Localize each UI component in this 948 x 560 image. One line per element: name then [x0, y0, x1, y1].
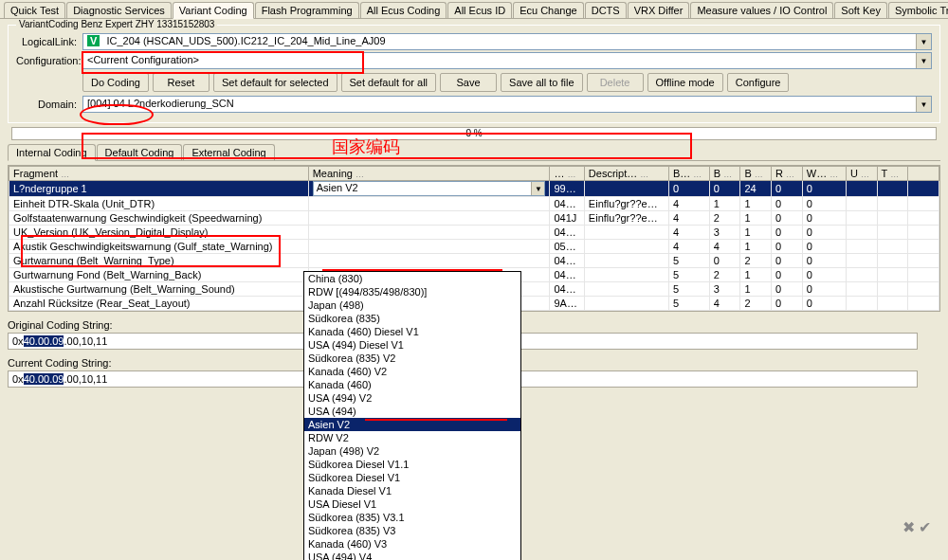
fragment-cell[interactable]: L?ndergruppe 1 — [9, 181, 309, 197]
top-tab-symbolic-trace[interactable]: Symbolic Trace — [888, 2, 948, 18]
val-cell: 0 — [772, 254, 803, 268]
configuration-combo[interactable]: <Current Configuration> ▼ — [82, 52, 932, 69]
col-header[interactable]: R … — [772, 167, 803, 181]
meaning-combo[interactable]: Asien V2▼ — [313, 181, 546, 196]
chevron-down-icon[interactable]: ▼ — [916, 34, 931, 49]
col-header[interactable]: U … — [846, 167, 877, 181]
dropdown-option[interactable]: Asien V2 — [304, 418, 520, 431]
progress-text: 0 % — [465, 128, 482, 138]
meaning-cell[interactable]: Asien V2▼ — [308, 181, 550, 197]
top-tab-flash-programming[interactable]: Flash Programming — [255, 2, 359, 18]
dropdown-option[interactable]: Kanada (460) V2 — [304, 365, 520, 378]
top-tab-all-ecus-coding[interactable]: All Ecus Coding — [360, 2, 447, 18]
set-default-all-button[interactable]: Set default for all — [341, 73, 437, 92]
dropdown-option[interactable]: Kanada Diesel V1 — [304, 484, 520, 497]
meaning-cell[interactable] — [308, 197, 550, 211]
meaning-cell[interactable] — [308, 240, 550, 254]
dropdown-option[interactable]: Südkorea Diesel V1 — [304, 471, 520, 484]
col-header[interactable]: W… … — [802, 167, 846, 181]
dropdown-option[interactable]: China (830) — [304, 272, 520, 285]
top-tab-variant-coding[interactable]: Variant Coding — [173, 2, 254, 19]
fragment-cell[interactable]: Anzahl Rücksitze (Rear_Seat_Layout) — [9, 297, 309, 311]
meaning-cell[interactable] — [308, 211, 550, 226]
chevron-down-icon[interactable]: ▼ — [916, 97, 931, 112]
inner-tab-external-coding[interactable]: External Coding — [183, 144, 274, 160]
inner-tab-default-coding[interactable]: Default Coding — [97, 144, 183, 160]
set-default-selected-button[interactable]: Set default for selected — [213, 73, 337, 92]
val-cell: 0 — [772, 197, 803, 211]
col-header[interactable]: Descript… … — [584, 167, 668, 181]
reset-button[interactable]: Reset — [153, 73, 210, 92]
save-all-button[interactable]: Save all to file — [501, 73, 582, 92]
col-header[interactable]: B … — [709, 167, 740, 181]
chevron-down-icon[interactable]: ▼ — [531, 182, 544, 195]
val-cell: 5 — [668, 297, 709, 311]
fragment-cell[interactable]: Gurtwarnung (Belt_Warning_Type) — [9, 254, 309, 268]
meaning-dropdown-list[interactable]: China (830)RDW [(494/835/498/830)]Japan … — [303, 271, 521, 560]
offline-mode-button[interactable]: Offline mode — [647, 73, 723, 92]
configuration-label: Configuration: — [16, 55, 82, 66]
dropdown-option[interactable]: USA (494) V2 — [304, 391, 520, 405]
configure-button[interactable]: Configure — [727, 73, 790, 92]
do-coding-button[interactable]: Do Coding — [82, 73, 149, 92]
col-header[interactable]: T … — [877, 167, 908, 181]
val-cell: 2 — [709, 211, 740, 226]
top-tab-all-ecus-id[interactable]: All Ecus ID — [447, 2, 512, 18]
dropdown-option[interactable]: Japan (498) V2 — [304, 444, 520, 458]
top-tab-ecu-change[interactable]: Ecu Change — [513, 2, 584, 18]
col-header[interactable]: Fragment … — [9, 167, 309, 181]
dropdown-option[interactable]: Südkorea Diesel V1.1 — [304, 458, 520, 471]
val-cell — [877, 181, 908, 197]
val-cell: 0 — [802, 240, 846, 254]
dropdown-option[interactable]: USA (494) Diesel V1 — [304, 338, 520, 352]
apply-icon[interactable]: ✔ — [919, 518, 931, 536]
col-header[interactable]: … … — [550, 167, 584, 181]
fragment-cell[interactable]: Gurtwarnung Fond (Belt_Warning_Back) — [9, 268, 309, 282]
meaning-cell[interactable] — [308, 226, 550, 240]
dropdown-option[interactable]: RDW [(494/835/498/830)] — [304, 285, 520, 298]
dropdown-option[interactable]: Südkorea (835) V3.1 — [304, 511, 520, 524]
top-tab-vrx-differ[interactable]: VRX Differ — [628, 2, 690, 18]
top-tab-soft-key[interactable]: Soft Key — [834, 2, 887, 18]
top-tab-dcts[interactable]: DCTS — [585, 2, 627, 18]
val-cell: 0 — [709, 254, 740, 268]
dropdown-option[interactable]: USA (494) — [304, 405, 520, 418]
dropdown-option[interactable]: RDW V2 — [304, 431, 520, 444]
dropdown-option[interactable]: Japan (498) — [304, 298, 520, 312]
val-cell: 0 — [668, 181, 709, 197]
dropdown-option[interactable]: USA (494) V4 — [304, 551, 520, 560]
dropdown-option[interactable]: USA Diesel V1 — [304, 497, 520, 511]
fragment-cell[interactable]: Golfstaatenwarnung Geschwindigkeit (Spee… — [9, 211, 309, 226]
top-tab-diagnostic-services[interactable]: Diagnostic Services — [66, 2, 172, 18]
val-cell: 5 — [668, 268, 709, 282]
fragment-cell[interactable]: Akustik Geschwindigkeitswarnung (Gulf_st… — [9, 240, 309, 254]
val-cell: 0 — [802, 181, 846, 197]
fragment-cell[interactable]: Einheit DTR-Skala (Unit_DTR) — [9, 197, 309, 211]
val-cell: 0 — [772, 297, 803, 311]
col-header[interactable]: B … — [740, 167, 772, 181]
dropdown-option[interactable]: Kanada (460) V3 — [304, 537, 520, 551]
chevron-down-icon[interactable]: ▼ — [916, 53, 931, 68]
top-tab-measure-values-io-control[interactable]: Measure values / IO Control — [690, 2, 833, 18]
dropdown-option[interactable]: Südkorea (835) V3 — [304, 524, 520, 537]
dropdown-option[interactable]: Kanada (460) Diesel V1 — [304, 325, 520, 338]
val-cell: 5 — [668, 254, 709, 268]
dropdown-option[interactable]: Kanada (460) — [304, 378, 520, 391]
dropdown-option[interactable]: Südkorea (835) V2 — [304, 352, 520, 365]
val-cell — [846, 282, 877, 297]
domain-combo[interactable]: [004] 04 L?nderkodierung_SCN ▼ — [82, 96, 932, 113]
col-header[interactable]: Meaning … — [308, 167, 550, 181]
fragment-cell[interactable]: Akustische Gurtwarnung (Belt_Warning_Sou… — [9, 282, 309, 297]
cancel-icon[interactable]: ✖ — [902, 518, 915, 536]
top-tab-quick-test[interactable]: Quick Test — [4, 2, 65, 18]
meaning-cell[interactable] — [308, 254, 550, 268]
save-button[interactable]: Save — [440, 73, 497, 92]
fragment-cell[interactable]: UK_Version (UK_Version_Digital_Display) — [9, 226, 309, 240]
desc-cell — [584, 297, 668, 311]
val-cell: 5 — [668, 282, 709, 297]
inner-tab-internal-coding[interactable]: Internal Coding — [8, 144, 96, 161]
logical-link-combo[interactable]: V IC_204 (HSCAN_UDS_500).IC212_IC_204_Mi… — [82, 33, 932, 50]
val-cell: 4 — [709, 240, 740, 254]
col-header[interactable]: B… … — [668, 167, 709, 181]
dropdown-option[interactable]: Südkorea (835) — [304, 312, 520, 325]
